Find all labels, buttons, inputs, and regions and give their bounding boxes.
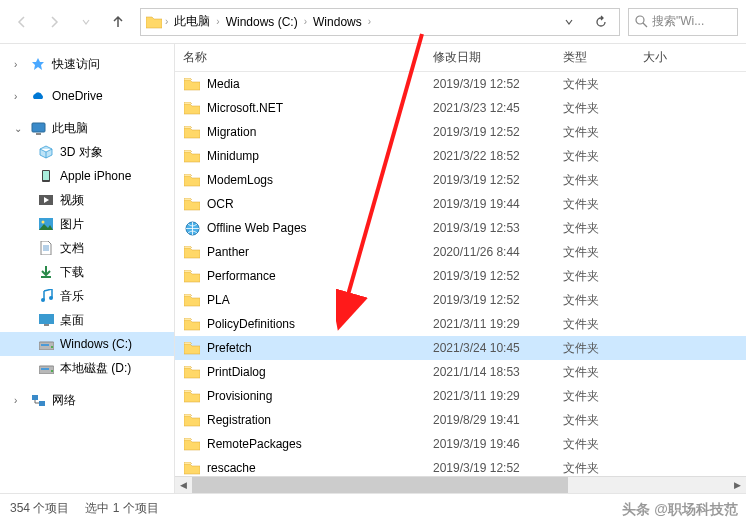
file-type: 文件夹 [563,436,643,453]
file-type: 文件夹 [563,460,643,477]
chevron-right-icon[interactable]: › [366,16,373,27]
column-header-type[interactable]: 类型 [563,49,643,66]
file-date: 2021/3/23 12:45 [433,101,563,115]
chevron-down-icon[interactable]: ⌄ [14,123,24,134]
recent-dropdown[interactable] [72,8,100,36]
nav-this-pc[interactable]: ⌄ 此电脑 [0,116,174,140]
folder-icon [183,149,201,163]
file-type: 文件夹 [563,100,643,117]
folder-icon [183,101,201,115]
nav-item[interactable]: Apple iPhone [0,164,174,188]
nav-item-label: 图片 [60,216,84,233]
table-row[interactable]: ModemLogs2019/3/19 12:52文件夹 [175,168,746,192]
file-date: 2021/3/24 10:45 [433,341,563,355]
file-date: 2019/3/19 12:52 [433,269,563,283]
nav-item[interactable]: 本地磁盘 (D:) [0,356,174,380]
breadcrumb-segment[interactable]: Windows [309,15,366,29]
nav-item[interactable]: Windows (C:) [0,332,174,356]
nav-item-label: Apple iPhone [60,169,131,183]
table-row[interactable]: Performance2019/3/19 12:52文件夹 [175,264,746,288]
address-bar[interactable]: › 此电脑›Windows (C:)›Windows› [140,8,620,36]
table-row[interactable]: Media2019/3/19 12:52文件夹 [175,72,746,96]
table-row[interactable]: OCR2019/3/19 19:44文件夹 [175,192,746,216]
content-area: 名称 修改日期 类型 大小 Media2019/3/19 12:52文件夹Mic… [175,44,746,493]
column-headers: 名称 修改日期 类型 大小 [175,44,746,72]
nav-label: 快速访问 [52,56,100,73]
music-icon [38,288,54,304]
folder-icon [183,461,201,475]
nav-quick-access[interactable]: › 快速访问 [0,52,174,76]
scroll-track[interactable] [192,477,729,493]
table-row[interactable]: Migration2019/3/19 12:52文件夹 [175,120,746,144]
table-row[interactable]: RemotePackages2019/3/19 19:46文件夹 [175,432,746,456]
nav-item[interactable]: 文档 [0,236,174,260]
toolbar: › 此电脑›Windows (C:)›Windows› 搜索"Wi... [0,0,746,44]
folder-icon [183,77,201,91]
svg-rect-18 [32,395,38,400]
table-row[interactable]: Panther2020/11/26 8:44文件夹 [175,240,746,264]
table-row[interactable]: Microsoft.NET2021/3/23 12:45文件夹 [175,96,746,120]
table-row[interactable]: PrintDialog2021/1/14 18:53文件夹 [175,360,746,384]
nav-item[interactable]: 图片 [0,212,174,236]
up-button[interactable] [104,8,132,36]
nav-item[interactable]: 下载 [0,260,174,284]
file-date: 2021/3/11 19:29 [433,389,563,403]
breadcrumb-segment[interactable]: Windows (C:) [222,15,302,29]
search-input[interactable]: 搜索"Wi... [628,8,738,36]
table-row[interactable]: Prefetch2021/3/24 10:45文件夹 [175,336,746,360]
search-placeholder: 搜索"Wi... [652,13,704,30]
file-name: Media [207,77,433,91]
table-row[interactable]: Provisioning2021/3/11 19:29文件夹 [175,384,746,408]
folder-icon [183,437,201,451]
table-row[interactable]: Minidump2021/3/22 18:52文件夹 [175,144,746,168]
folder-icon [183,269,201,283]
file-date: 2021/1/14 18:53 [433,365,563,379]
nav-onedrive[interactable]: › OneDrive [0,84,174,108]
chevron-down-icon[interactable] [555,8,583,36]
nav-item[interactable]: 音乐 [0,284,174,308]
svg-rect-11 [44,324,49,326]
nav-item[interactable]: 3D 对象 [0,140,174,164]
file-type: 文件夹 [563,316,643,333]
folder-icon [145,13,163,31]
globe-icon [183,221,201,235]
file-date: 2019/3/19 19:44 [433,197,563,211]
file-type: 文件夹 [563,244,643,261]
column-header-size[interactable]: 大小 [643,49,746,66]
chevron-right-icon[interactable]: › [163,16,170,27]
file-name: PLA [207,293,433,307]
svg-rect-4 [43,171,49,180]
svg-rect-13 [41,344,49,346]
chevron-right-icon[interactable]: › [214,16,221,27]
svg-rect-16 [41,368,49,370]
nav-item[interactable]: 桌面 [0,308,174,332]
column-header-date[interactable]: 修改日期 [433,49,563,66]
table-row[interactable]: rescache2019/3/19 12:52文件夹 [175,456,746,476]
chevron-right-icon[interactable]: › [14,91,24,102]
navigation-pane: › 快速访问 › OneDrive ⌄ 此电脑 3D 对象Apple iPhon… [0,44,175,493]
scroll-thumb[interactable] [192,477,568,493]
breadcrumb-segment[interactable]: 此电脑 [170,13,214,30]
folder-icon [183,341,201,355]
chevron-right-icon[interactable]: › [14,59,24,70]
refresh-button[interactable] [587,8,615,36]
chevron-right-icon[interactable]: › [14,395,24,406]
scroll-left-button[interactable]: ◀ [175,477,192,494]
table-row[interactable]: Offline Web Pages2019/3/19 12:53文件夹 [175,216,746,240]
nav-item[interactable]: 视频 [0,188,174,212]
forward-button[interactable] [40,8,68,36]
table-row[interactable]: Registration2019/8/29 19:41文件夹 [175,408,746,432]
chevron-right-icon[interactable]: › [302,16,309,27]
horizontal-scrollbar[interactable]: ◀ ▶ [175,476,746,493]
file-type: 文件夹 [563,124,643,141]
file-list[interactable]: Media2019/3/19 12:52文件夹Microsoft.NET2021… [175,72,746,476]
table-row[interactable]: PolicyDefinitions2021/3/11 19:29文件夹 [175,312,746,336]
table-row[interactable]: PLA2019/3/19 12:52文件夹 [175,288,746,312]
nav-item-label: 文档 [60,240,84,257]
scroll-right-button[interactable]: ▶ [729,477,746,494]
back-button[interactable] [8,8,36,36]
phone-icon [38,168,54,184]
nav-network[interactable]: › 网络 [0,388,174,412]
column-header-name[interactable]: 名称 [183,49,433,66]
svg-point-7 [42,221,45,224]
